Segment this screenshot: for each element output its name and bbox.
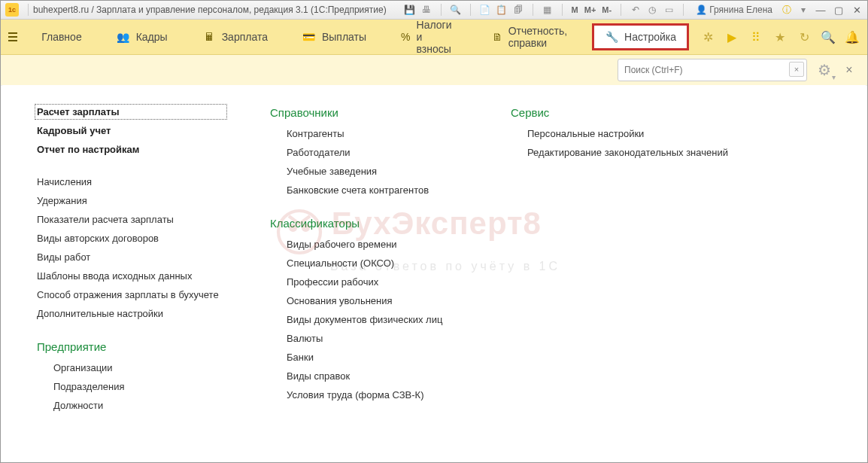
- link-dolzhnosti[interactable]: Должности: [53, 400, 225, 411]
- link-banki[interactable]: Банки: [287, 352, 466, 363]
- menu-vyplaty[interactable]: 💳 Выплаты: [292, 26, 377, 48]
- menu-nastroyka[interactable]: 🔧 Настройка: [594, 26, 687, 48]
- apps-grid-icon[interactable]: ⠿: [748, 29, 763, 44]
- clock-icon[interactable]: ◷: [645, 3, 659, 17]
- minimize-button[interactable]: —: [813, 3, 828, 17]
- link-pokazateli[interactable]: Показатели расчета зарплаты: [37, 214, 225, 225]
- maximize-button[interactable]: ▢: [831, 3, 846, 17]
- menu-label: Настройка: [624, 31, 676, 43]
- user-name: Грянина Елена: [709, 5, 772, 15]
- link-otchet-nastroykam[interactable]: Отчет по настройкам: [37, 144, 225, 155]
- link-organizacii[interactable]: Организации: [53, 362, 225, 373]
- wallet-icon: 💳: [302, 30, 316, 44]
- section-klassifikatory[interactable]: Классификаторы: [270, 217, 466, 230]
- link-nachisleniya[interactable]: Начисления: [37, 176, 225, 187]
- history-icon[interactable]: ↻: [797, 29, 812, 44]
- user-icon: 👤: [696, 5, 707, 15]
- copy-icon[interactable]: 📄: [478, 3, 492, 17]
- link-uchebnye[interactable]: Учебные заведения: [287, 166, 466, 177]
- menu-label: Зарплата: [222, 31, 268, 43]
- link-usloviya-truda[interactable]: Условия труда (форма СЗВ-К): [287, 389, 466, 401]
- panel-settings-icon[interactable]: ⚙▾: [815, 60, 834, 80]
- link-uderzhaniya[interactable]: Удержания: [37, 195, 225, 206]
- calendar-icon[interactable]: ▦: [541, 3, 554, 17]
- window-title: buhexpert8.ru / Зарплата и управление пе…: [33, 5, 387, 15]
- link-vidy-rabot[interactable]: Виды работ: [37, 251, 225, 263]
- menu-label: Выплаты: [322, 31, 366, 43]
- section-spravochniki[interactable]: Справочники: [270, 106, 466, 119]
- app-logo-icon: 1c: [5, 3, 19, 17]
- windows-icon[interactable]: ▭: [662, 3, 675, 17]
- star-icon[interactable]: ★: [772, 29, 788, 44]
- link-personal-nastroyki[interactable]: Персональные настройки: [527, 128, 751, 139]
- search-icon[interactable]: 🔍: [821, 29, 836, 44]
- wrench-icon: 🔧: [605, 30, 618, 44]
- search-input[interactable]: [618, 59, 807, 81]
- link-podrazdeleniya[interactable]: Подразделения: [53, 381, 225, 392]
- percent-icon: %: [401, 30, 410, 44]
- link-professii[interactable]: Профессии рабочих: [287, 276, 466, 288]
- calculator-icon: 🖩: [202, 30, 216, 44]
- search-clear-button[interactable]: ×: [789, 62, 804, 77]
- link-kadrovy-uchet[interactable]: Кадровый учет: [37, 125, 225, 136]
- menu-kadry[interactable]: 👥 Кадры: [106, 26, 178, 48]
- bell-icon[interactable]: 🔔: [845, 29, 860, 44]
- menu-label: Налоги и взносы: [417, 19, 457, 55]
- content-area: БухЭксперт8 База ответов по учёту в 1С Р…: [2, 85, 866, 461]
- hamburger-menu-icon[interactable]: [8, 29, 17, 45]
- link-rabotodateli[interactable]: Работодатели: [287, 147, 466, 158]
- section-servis[interactable]: Сервис: [511, 106, 751, 119]
- link-vidy-vremeni[interactable]: Виды рабочего времени: [287, 239, 466, 250]
- link-raschet-zarplaty[interactable]: Расчет зарплаты: [37, 106, 225, 117]
- gear-small-icon[interactable]: ✲: [700, 29, 715, 44]
- link-sposob-otrazh[interactable]: Способ отражения зарплаты в бухучете: [37, 289, 225, 300]
- back-icon[interactable]: ↶: [629, 3, 642, 17]
- people-icon: 👥: [117, 30, 130, 44]
- link-valyuty[interactable]: Валюты: [287, 333, 466, 344]
- calc-mminus-icon[interactable]: M-: [600, 3, 613, 17]
- panel-toolbar: × ⚙▾ ×: [1, 55, 867, 86]
- menu-label: Главное: [41, 31, 82, 43]
- paste-icon[interactable]: 📋: [495, 3, 508, 17]
- report-icon: 🗎: [492, 30, 502, 44]
- link-dop-nastroyki[interactable]: Дополнительные настройки: [37, 308, 225, 319]
- menu-otchet[interactable]: 🗎 Отчетность, справки: [481, 20, 581, 53]
- link-vidy-dokumentov[interactable]: Виды документов физических лиц: [287, 314, 466, 325]
- compare-icon[interactable]: 🗐: [511, 3, 525, 17]
- info-icon[interactable]: ⓘ: [780, 3, 794, 17]
- link-kontragenty[interactable]: Контрагенты: [287, 128, 466, 139]
- link-osnovaniya[interactable]: Основания увольнения: [287, 295, 466, 306]
- menu-nalogi[interactable]: % Налоги и взносы: [390, 14, 468, 59]
- link-vidy-spravok[interactable]: Виды справок: [287, 370, 466, 382]
- link-specialnosti[interactable]: Специальности (ОКСО): [287, 257, 466, 269]
- link-redakt-zakon[interactable]: Редактирование законодательных значений: [527, 147, 751, 158]
- arrow-right-icon[interactable]: ▶: [724, 29, 739, 44]
- link-bank-scheta[interactable]: Банковские счета контрагентов: [287, 184, 466, 196]
- menu-label: Отчетность, справки: [508, 25, 570, 49]
- link-avtor-dogovor[interactable]: Виды авторских договоров: [37, 233, 225, 244]
- link-shablony[interactable]: Шаблоны ввода исходных данных: [37, 270, 225, 282]
- menu-zarplata[interactable]: 🖩 Зарплата: [192, 26, 278, 48]
- section-predpriyatie[interactable]: Предприятие: [37, 340, 225, 353]
- dropdown-icon[interactable]: ▾: [797, 3, 810, 17]
- user-menu[interactable]: 👤 Грянина Елена: [691, 5, 777, 15]
- menu-label: Кадры: [136, 31, 168, 43]
- close-panel-button[interactable]: ×: [842, 62, 857, 78]
- main-menubar: Главное 👥 Кадры 🖩 Зарплата 💳 Выплаты % Н…: [1, 20, 867, 55]
- menu-main[interactable]: Главное: [31, 26, 93, 47]
- close-window-button[interactable]: ✕: [849, 3, 864, 17]
- calc-m-icon[interactable]: M: [570, 3, 580, 17]
- calc-mplus-icon[interactable]: M+: [583, 3, 598, 17]
